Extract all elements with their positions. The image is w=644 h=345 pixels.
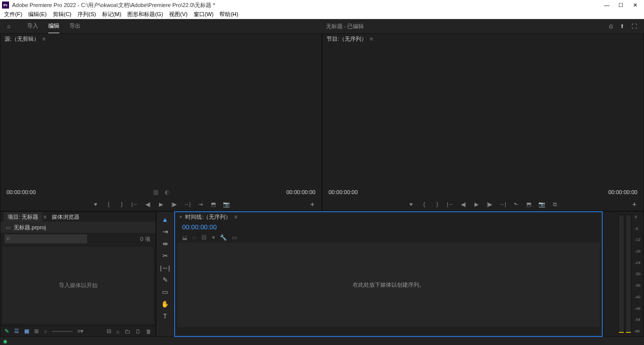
zoom-out-icon[interactable]: ○ <box>44 328 47 334</box>
workspace-tab-export[interactable]: 导出 <box>69 19 80 34</box>
workspace-tab-edit[interactable]: 编辑 <box>48 19 59 34</box>
go-in-icon[interactable]: |← <box>131 201 138 207</box>
audio-meter-left <box>618 215 624 333</box>
hand-tool[interactable]: ✋ <box>159 299 171 308</box>
delete-icon[interactable]: 🗑 <box>146 328 151 334</box>
tl-link-icon[interactable]: ⛓ <box>201 234 207 240</box>
insert-icon[interactable]: ⇥ <box>197 201 204 208</box>
timeline-timecode[interactable]: 00:00:00:00 <box>182 223 217 231</box>
icon-view-icon[interactable]: ▦ <box>24 328 29 334</box>
freeform-view-icon[interactable]: ⊞ <box>34 328 39 334</box>
quick-export-icon[interactable]: ⎙ <box>609 23 613 30</box>
mark-out-icon[interactable]: } <box>118 201 125 207</box>
tl-settings-icon[interactable]: 🔧 <box>220 234 227 241</box>
add-marker-icon[interactable]: ♥ <box>92 201 99 207</box>
export-frame-icon[interactable]: 📷 <box>223 201 230 208</box>
share-icon[interactable]: ⬆ <box>620 23 624 30</box>
maximize-button[interactable]: ☐ <box>614 2 628 9</box>
tl-caption-icon[interactable]: ▭ <box>232 234 237 241</box>
media-browser-tab[interactable]: 媒体浏览器 <box>48 212 84 222</box>
tl-marker-icon[interactable]: ♥ <box>212 234 215 240</box>
new-bin-icon[interactable]: 🗀 <box>125 328 130 334</box>
program-tc-right: 00:00:00:00 <box>608 189 637 195</box>
slip-tool[interactable]: |↔| <box>159 263 171 272</box>
app-logo: Pr <box>2 2 9 9</box>
home-icon[interactable]: ⌂ <box>7 23 17 29</box>
prog-mark-in-icon[interactable]: { <box>421 201 428 207</box>
source-tc-left[interactable]: 00:00:00:00 <box>7 189 36 195</box>
find-icon[interactable]: ⌕ <box>116 328 120 334</box>
project-search-input[interactable] <box>5 234 87 243</box>
menu-view[interactable]: 视图(V) <box>166 11 191 18</box>
program-viewport[interactable] <box>323 44 643 187</box>
mark-in-icon[interactable]: { <box>105 201 112 207</box>
source-half-icon[interactable]: ◐ <box>163 189 171 196</box>
audio-meters: 0 -6 -12 -18 -24 -30 -36 -42 -48 -54 dB <box>603 211 644 337</box>
window-title: Adobe Premiere Pro 2022 - C:\用户\okwoa\文档… <box>12 2 600 9</box>
step-back-icon[interactable]: ◀| <box>144 201 151 208</box>
pen-view-icon[interactable]: ✎ <box>5 328 9 334</box>
fullscreen-icon[interactable]: ⛶ <box>631 23 637 30</box>
timeline-tracks[interactable]: 在此处放下媒体以创建序列。 <box>177 242 600 327</box>
auto-sequence-icon[interactable]: ⊟ <box>107 328 111 334</box>
prog-export-frame-icon[interactable]: 📷 <box>538 201 545 208</box>
workspace-tab-import[interactable]: 导入 <box>27 19 38 34</box>
close-button[interactable]: ✕ <box>628 2 642 9</box>
menu-edit[interactable]: 编辑(E) <box>25 11 50 18</box>
project-bin[interactable]: 导入媒体以开始 <box>3 247 153 323</box>
rectangle-tool[interactable]: ▭ <box>159 287 171 296</box>
prog-go-in-icon[interactable]: |← <box>447 201 454 207</box>
timeline-menu-icon[interactable]: ≡ <box>234 214 237 220</box>
new-item-icon[interactable]: 🗋 <box>135 328 141 334</box>
prog-lift-icon[interactable]: ⬑ <box>512 201 519 208</box>
timeline-close-icon[interactable]: × <box>179 214 182 220</box>
source-viewport[interactable] <box>1 44 321 187</box>
razor-tool[interactable]: ✂ <box>159 251 171 260</box>
prog-play-icon[interactable]: ▶ <box>473 201 480 208</box>
play-icon[interactable]: ▶ <box>157 201 165 208</box>
menu-window[interactable]: 窗口(W) <box>191 11 217 18</box>
prog-marker-icon[interactable]: ♥ <box>408 201 415 207</box>
prog-compare-icon[interactable]: ⧉ <box>551 201 558 208</box>
prog-step-fwd-icon[interactable]: |▶ <box>486 201 493 208</box>
overwrite-icon[interactable]: ⬒ <box>210 201 217 208</box>
tl-snap-icon[interactable]: ∩ <box>192 234 196 240</box>
pen-tool[interactable]: ✎ <box>159 275 171 284</box>
project-tab[interactable]: 项目: 无标题 <box>4 212 42 222</box>
sort-icon[interactable]: ≡▾ <box>77 328 84 334</box>
status-indicator-icon[interactable]: ◉ <box>3 338 8 344</box>
selection-tool[interactable]: ▲ <box>159 215 171 224</box>
project-tab-menu-icon[interactable]: ≡ <box>43 214 46 220</box>
step-fwd-icon[interactable]: |▶ <box>171 201 178 208</box>
workspace-title: 无标题 - 已编辑 <box>80 23 609 30</box>
program-add-button-icon[interactable]: + <box>632 200 636 208</box>
ripple-edit-tool[interactable]: ⇹ <box>159 239 171 248</box>
tools-panel: ▲ ⇥ ⇹ ✂ |↔| ✎ ▭ ✋ T <box>156 211 174 337</box>
source-panel-menu-icon[interactable]: ≡ <box>42 36 45 42</box>
menu-sequence[interactable]: 序列(S) <box>74 11 99 18</box>
zoom-slider[interactable] <box>52 331 72 332</box>
track-select-tool[interactable]: ⇥ <box>159 227 171 236</box>
menu-marker[interactable]: 标记(M) <box>99 11 125 18</box>
audio-meter-right <box>625 215 631 333</box>
source-add-button-icon[interactable]: + <box>310 200 314 208</box>
program-tc-left[interactable]: 00:00:00:00 <box>329 189 358 195</box>
menu-graphics[interactable]: 图形和标题(G) <box>124 11 166 18</box>
prog-extract-icon[interactable]: ⬒ <box>525 201 532 208</box>
menu-file[interactable]: 文件(F) <box>1 11 25 18</box>
go-out-icon[interactable]: →| <box>184 201 191 207</box>
list-view-icon[interactable]: ☰ <box>14 328 19 334</box>
prog-mark-out-icon[interactable]: } <box>434 201 441 207</box>
menu-clip[interactable]: 剪辑(C) <box>50 11 74 18</box>
source-tc-right: 00:00:00:00 <box>286 189 315 195</box>
minimize-button[interactable]: — <box>600 2 614 8</box>
menu-help[interactable]: 帮助(H) <box>216 11 241 18</box>
prog-go-out-icon[interactable]: →| <box>499 201 506 207</box>
source-fit-icon[interactable]: ▦ <box>151 189 160 196</box>
project-panel: 项目: 无标题 ≡ 媒体浏览器 ▭ 无标题.prproj ⊡ 0 项 导入媒体以… <box>0 211 156 337</box>
type-tool[interactable]: T <box>159 311 171 320</box>
source-transport: ♥ { } |← ◀| ▶ |▶ →| ⇥ ⬒ 📷 + <box>1 198 321 211</box>
program-panel-menu-icon[interactable]: ≡ <box>370 36 373 42</box>
tl-insert-icon[interactable]: ⬓ <box>182 234 187 241</box>
prog-step-back-icon[interactable]: ◀| <box>460 201 467 208</box>
